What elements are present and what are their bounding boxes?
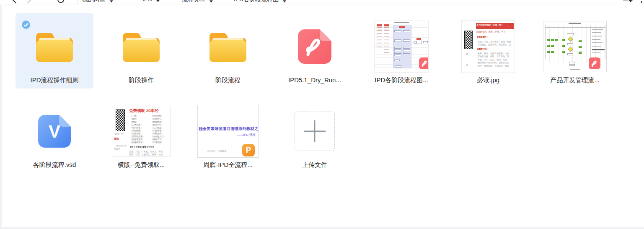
file-tile-pdf[interactable]: IPD5.1_Dry_Run... <box>276 13 354 88</box>
document-thumbnail: 程全要素研发项目管理系列教材之二 ——IPD 流程 内容简介 全篇解读 P <box>197 105 259 158</box>
thumbnail-text-line: 运营、产品、增长黑客、营销、数据 <box>478 40 497 43</box>
upload-label: 上传文件 <box>302 161 327 169</box>
folder-icon <box>123 17 160 76</box>
file-tile-folder[interactable]: 阶段流程 <box>189 13 267 88</box>
pdf-badge-icon <box>419 57 429 71</box>
app-bottom-edge <box>0 227 644 229</box>
thumbnail-text-line: 《联机学习》 <box>151 138 171 141</box>
upload-dropzone[interactable] <box>295 112 335 151</box>
breadcrumb-label: 流程资料 <box>182 0 205 3</box>
ppt-badge-icon: P <box>242 144 255 156</box>
thumbnail-text-line: 《存量增长》 <box>151 117 171 120</box>
thumbnail-text-line: 《高效能人士》 <box>151 135 171 138</box>
back-icon[interactable] <box>10 0 18 5</box>
sort-icon[interactable] <box>623 0 634 5</box>
folder-icon <box>209 17 246 76</box>
file-grid: IPD流程操作细则 阶段操作 阶段流程 <box>16 13 623 173</box>
file-tile-image[interactable]: “微电子书” 领取 ，都可以扫取社之间 免费领取 20本经 《三体》《原则》《财… <box>102 98 180 173</box>
file-tile-image[interactable]: 05 科 各行业研究报告 / 方案 / 电子 为您的创业、投资、职场、学习 【资… <box>449 13 527 88</box>
pdf-badge-icon <box>589 57 600 71</box>
file-tile-thumbnail[interactable]: 产品开发管理流... <box>536 13 614 88</box>
chevron-down-icon <box>282 0 287 3</box>
thumbnail-text-line: 《王阳明全集》 <box>130 135 150 138</box>
thumbnail-text-line: 《马斯克传》 <box>151 132 171 135</box>
breadcrumb-label: 我的网盘 <box>82 0 106 3</box>
breadcrumb-label: IPD各阶段流程图 <box>234 0 279 3</box>
selected-check-icon[interactable] <box>22 21 30 31</box>
file-name: 周辉-IPD全流程... <box>203 161 253 169</box>
thumbnail-text-line: 《穷查理宝典》 <box>130 138 150 141</box>
breadcrumb-item[interactable]: IPD <box>142 0 160 3</box>
document-thumbnail <box>374 21 429 73</box>
thumbnail-text-line: 《内在动机》 <box>130 132 150 135</box>
svg-text:V: V <box>49 122 60 141</box>
file-tile-thumbnail[interactable]: IPD各阶段流程图... <box>362 13 440 88</box>
upload-file-tile[interactable]: 上传文件 <box>276 98 354 173</box>
image-thumbnail: 05 科 各行业研究报告 / 方案 / 电子 为您的创业、投资、职场、学习 【资… <box>461 20 515 73</box>
thumbnail-text-line: 教育、医疗、直播及短视频、内容 <box>478 52 497 55</box>
chevron-down-icon <box>109 0 114 3</box>
thumbnail-text-line: 《精益数据》 <box>151 120 171 123</box>
thumbnail-text-line: 运营、产品、计算机、写作文、管理、 <box>129 150 150 153</box>
visio-file-icon: V <box>38 102 71 161</box>
thumbnail-text-line: 物联网及产业互联网、创投及企业 <box>478 61 497 65</box>
thumbnail-text-line: 货物及金融、保险、人工智能、智 <box>478 55 497 58</box>
file-tile-thumbnail[interactable]: 程全要素研发项目管理系列教材之二 ——IPD 流程 内容简介 全篇解读 P 周辉… <box>189 98 267 173</box>
thumbnail-text-line: 零售、汽车、社交、电商、电竞、 <box>478 58 497 61</box>
thumbnail-text-line: 行业报告、趋势研究、商业模式、运 <box>478 43 497 47</box>
toolbar-divider <box>77 0 78 5</box>
pdf-file-icon <box>298 17 331 76</box>
thumbnail-text-line: 《半泽直树》 <box>151 141 171 144</box>
document-thumbnail <box>543 21 607 72</box>
more-icon[interactable] <box>641 1 642 3</box>
file-list-panel: IPD流程操作细则 阶段操作 阶段流程 <box>2 5 644 227</box>
thumbnail-text-line: 《原则》 <box>130 117 150 120</box>
thumbnail-text-line: 《三体》 <box>130 114 150 117</box>
file-name: IPD各阶段流程图... <box>375 76 428 84</box>
file-name: 横版--免费领取... <box>118 161 165 169</box>
chevron-down-icon <box>156 0 160 3</box>
thumbnail-text-line: 营销、心理、人物传记、教育、小说、 <box>129 153 150 156</box>
image-thumbnail: “微电子书” 领取 ，都可以扫取社之间 免费领取 20本经 《三体》《原则》《财… <box>112 106 171 157</box>
breadcrumb-item-current[interactable]: IPD各阶段流程图 <box>234 0 287 3</box>
forward-icon[interactable] <box>25 0 34 5</box>
file-name: 阶段操作 <box>129 76 154 84</box>
breadcrumb-label: IPD <box>142 0 152 3</box>
chevron-down-icon <box>209 0 213 3</box>
thumbnail-text-line: 《财报》 <box>130 120 150 123</box>
file-name: 产品开发管理流... <box>550 76 600 84</box>
file-name: 必读.jpg <box>477 76 499 84</box>
file-name: IPD5.1_Dry_Run... <box>288 76 341 84</box>
breadcrumb-item-root[interactable]: 我的网盘 <box>82 0 114 3</box>
thumbnail-text-line: 《认知突围》 <box>130 129 150 132</box>
file-name: 阶段流程 <box>215 76 241 84</box>
thumbnail-text-line: 《快速阅读术》 <box>130 141 150 144</box>
folder-icon <box>36 17 73 76</box>
thumbnail-text-line: 《人人都是》 <box>151 126 171 129</box>
thumbnail-text-line: 《产品经理》 <box>151 129 171 132</box>
thumbnail-text-line: ，都可以扫取 <box>114 144 129 147</box>
file-tile-visio[interactable]: V 各阶段流程.vsd <box>16 98 93 173</box>
breadcrumb-item[interactable]: 流程资料 <box>182 0 213 3</box>
thumbnail-text-line: 《增长黑客》 <box>130 126 150 129</box>
file-tile-folder-selected[interactable]: IPD流程操作细则 <box>16 13 93 88</box>
file-name: IPD流程操作细则 <box>30 76 78 84</box>
thumbnail-text-line: 《人类简史》 <box>130 123 150 126</box>
thumbnail-text-line: 《经合领悟》 <box>151 114 171 117</box>
thumbnail-text-line: 地产、建筑装修、运动体育、餐饮 <box>478 64 497 68</box>
thumbnail-text-line: 《股金348》 <box>151 123 171 126</box>
refresh-icon[interactable] <box>56 0 65 5</box>
thumbnail-banner: 各行业研究报告 / 方案 / 电子 <box>476 23 514 29</box>
file-tile-folder[interactable]: 阶段操作 <box>102 13 180 88</box>
file-name: 各阶段流程.vsd <box>33 161 76 169</box>
plus-icon <box>303 119 327 143</box>
thumbnail-text-line: 社之间 <box>114 147 129 151</box>
app-left-edge <box>0 5 2 229</box>
toolbar: 我的网盘 IPD 流程资料 IPD各阶段流程图 <box>0 0 644 5</box>
